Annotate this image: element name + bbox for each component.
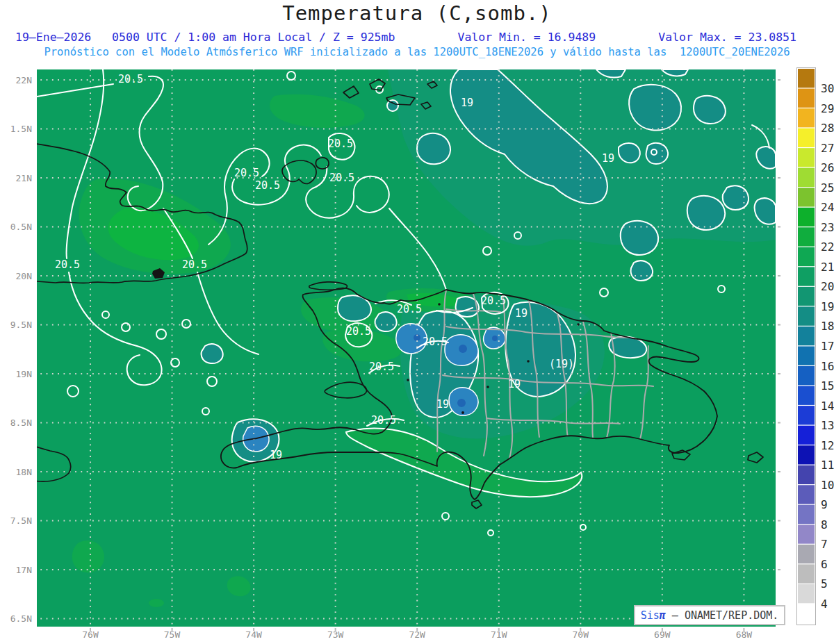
svg-text:20: 20: [821, 280, 834, 293]
svg-text:18N: 18N: [16, 467, 32, 477]
svg-text:20.5: 20.5: [481, 295, 506, 307]
svg-text:20.5: 20.5: [423, 336, 448, 348]
svg-text:68W: 68W: [736, 629, 753, 640]
svg-text:30: 30: [821, 82, 834, 95]
svg-text:7.5N: 7.5N: [10, 515, 32, 526]
svg-text:1.5N: 1.5N: [10, 124, 32, 134]
svg-text:9: 9: [821, 498, 828, 511]
svg-text:9.5N: 9.5N: [10, 320, 32, 330]
svg-text:72W: 72W: [409, 629, 425, 640]
svg-text:19: 19: [270, 449, 282, 461]
svg-text:17N: 17N: [16, 565, 32, 575]
svg-text:5: 5: [821, 577, 828, 591]
svg-text:27: 27: [821, 142, 834, 155]
branding-box: Sisπ – ONAMET/REP.DOM.: [634, 605, 785, 625]
svg-text:20.5: 20.5: [329, 172, 354, 184]
svg-text:10: 10: [821, 479, 834, 492]
svg-text:19: 19: [436, 398, 449, 411]
svg-text:74W: 74W: [245, 629, 262, 640]
svg-text:21: 21: [821, 261, 834, 274]
svg-text:20.5: 20.5: [182, 258, 207, 271]
branding-app-name: Sis: [641, 609, 660, 622]
svg-text:14: 14: [821, 399, 834, 413]
svg-text:76W: 76W: [82, 629, 99, 640]
svg-text:29: 29: [821, 102, 834, 115]
svg-text:8.5N: 8.5N: [10, 418, 32, 428]
pi-icon: π: [660, 609, 666, 622]
branding-org: ONAMET/REP.DOM.: [685, 609, 778, 622]
svg-text:21N: 21N: [16, 173, 32, 183]
svg-text:12: 12: [821, 439, 834, 452]
svg-text:19: 19: [821, 300, 834, 313]
svg-text:20.5: 20.5: [328, 138, 353, 150]
svg-text:6.5N: 6.5N: [10, 613, 32, 624]
svg-text:20.5: 20.5: [346, 325, 371, 338]
svg-text:19: 19: [461, 97, 473, 109]
svg-text:11: 11: [821, 459, 834, 472]
svg-text:19N: 19N: [16, 369, 32, 379]
svg-text:22: 22: [821, 240, 834, 254]
svg-text:25: 25: [821, 181, 834, 195]
svg-text:22N: 22N: [16, 75, 32, 85]
svg-text:28: 28: [821, 122, 834, 135]
svg-text:19: 19: [508, 378, 521, 390]
svg-text:6: 6: [821, 558, 828, 571]
svg-text:71W: 71W: [491, 629, 507, 640]
svg-text:23: 23: [821, 221, 834, 234]
svg-text:7: 7: [821, 538, 828, 551]
svg-text:15: 15: [821, 379, 834, 393]
svg-text:20.5: 20.5: [118, 73, 143, 85]
svg-text:20.5: 20.5: [369, 361, 394, 373]
x-axis-labels: 76W75W74W73W72W71W70W69W68W: [82, 628, 752, 640]
svg-text:20.5: 20.5: [55, 258, 80, 271]
svg-text:0.5N: 0.5N: [10, 222, 32, 232]
colorbar: 3029282726252423222120191817161514131211…: [797, 68, 834, 625]
branding-separator: –: [666, 609, 685, 622]
svg-text:24: 24: [821, 201, 834, 214]
svg-text:20.5: 20.5: [255, 179, 280, 192]
svg-text:70W: 70W: [573, 629, 589, 640]
svg-text:18: 18: [821, 320, 834, 333]
svg-text:26: 26: [821, 161, 834, 174]
svg-text:8: 8: [821, 518, 828, 531]
svg-text:69W: 69W: [654, 629, 671, 640]
svg-text:13: 13: [821, 419, 834, 432]
svg-text:16: 16: [821, 360, 834, 373]
svg-text:19: 19: [515, 307, 528, 320]
svg-text:75W: 75W: [164, 629, 181, 640]
svg-text:20.5: 20.5: [371, 414, 396, 427]
svg-text:19: 19: [602, 152, 614, 165]
svg-text:4: 4: [821, 597, 828, 611]
svg-text:73W: 73W: [327, 629, 344, 640]
svg-text:20.5: 20.5: [397, 303, 422, 315]
weather-map-page: Temperatura (C,somb.) 19–Ene–2026 0500 U…: [0, 0, 834, 644]
svg-text:20N: 20N: [16, 271, 32, 281]
svg-text:(19): (19): [549, 358, 574, 370]
svg-text:17: 17: [821, 340, 834, 353]
svg-text:20.5: 20.5: [234, 167, 259, 179]
map-canvas: 20.520.520.520.520.520.520.520.520.520.5…: [0, 0, 834, 644]
